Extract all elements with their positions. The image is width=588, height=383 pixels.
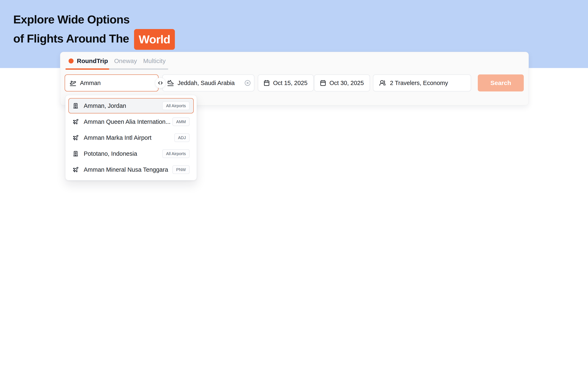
origin-field[interactable] <box>65 74 159 91</box>
trip-type-tabs: RoundTrip Oneway Multicity <box>69 57 166 65</box>
building-icon <box>73 103 79 109</box>
suggestion-label: Pototano, Indonesia <box>84 150 137 157</box>
plane-landing-icon <box>167 80 174 86</box>
tab-underline-active <box>65 68 109 70</box>
users-icon <box>379 80 386 86</box>
plane-icon <box>73 166 79 173</box>
plane-icon <box>73 119 79 125</box>
travelers-field[interactable]: 2 Travelers, Economy <box>373 74 471 91</box>
building-icon <box>73 151 79 157</box>
tab-roundtrip[interactable]: RoundTrip <box>77 57 108 65</box>
suggestion-item[interactable]: Amman Marka Intl Airport ADJ <box>68 130 194 145</box>
search-fields-row: Jeddah, Saudi Arabia Oct 15, 2025 <box>65 74 524 91</box>
active-tab-dot-icon <box>69 59 74 64</box>
suggestion-label: Amman, Jordan <box>84 102 126 109</box>
calendar-icon <box>320 80 326 86</box>
tab-oneway[interactable]: Oneway <box>114 57 137 65</box>
suggestion-label: Amman Marka Intl Airport <box>84 134 151 141</box>
suggestion-label: Amman Queen Alia Internation... <box>84 118 170 125</box>
circle-x-icon <box>245 80 251 86</box>
return-date-value: Oct 30, 2025 <box>329 80 364 87</box>
flight-search-page: Explore Wide Options of Flights Around T… <box>0 0 588 383</box>
suggestion-label: Amman Mineral Nusa Tenggara <box>84 166 168 173</box>
title-highlight-chip: World <box>134 29 175 50</box>
dates-group: Oct 15, 2025 Oct 30, 2025 <box>258 74 370 91</box>
title-line2: of Flights Around The <box>13 32 129 45</box>
calendar-icon <box>264 80 270 86</box>
depart-date-field[interactable]: Oct 15, 2025 <box>258 74 314 91</box>
chevrons-left-right-icon <box>157 80 163 86</box>
location-suggestions-dropdown: Amman, Jordan All Airports Amman Queen A… <box>65 95 197 180</box>
title-line1: Explore Wide Options <box>13 13 129 26</box>
suggestion-badge: PNW <box>172 165 189 174</box>
depart-date-value: Oct 15, 2025 <box>273 80 308 87</box>
destination-field[interactable]: Jeddah, Saudi Arabia <box>162 74 254 91</box>
page-title: Explore Wide Options of Flights Around T… <box>13 11 175 49</box>
tab-multicity[interactable]: Multicity <box>143 57 166 65</box>
search-button[interactable]: Search <box>478 74 524 91</box>
plane-takeoff-icon <box>70 80 76 86</box>
destination-value: Jeddah, Saudi Arabia <box>178 80 241 87</box>
swap-origin-destination-button[interactable] <box>155 78 166 88</box>
suggestion-item[interactable]: Pototano, Indonesia All Airports <box>68 146 194 161</box>
tab-underline-track <box>65 68 168 70</box>
suggestion-badge: ADJ <box>174 133 189 142</box>
clear-destination-button[interactable] <box>245 80 251 86</box>
suggestion-badge: AMM <box>172 117 189 126</box>
travelers-value: 2 Travelers, Economy <box>390 80 448 87</box>
origin-input[interactable] <box>80 80 154 87</box>
suggestion-item[interactable]: Amman Mineral Nusa Tenggara PNW <box>68 162 194 177</box>
return-date-field[interactable]: Oct 30, 2025 <box>314 74 370 91</box>
plane-icon <box>73 135 79 141</box>
suggestion-badge: All Airports <box>162 149 189 158</box>
suggestion-item[interactable]: Amman Queen Alia Internation... AMM <box>68 114 194 129</box>
suggestion-item[interactable]: Amman, Jordan All Airports <box>68 98 194 113</box>
suggestion-badge: All Airports <box>162 101 189 110</box>
